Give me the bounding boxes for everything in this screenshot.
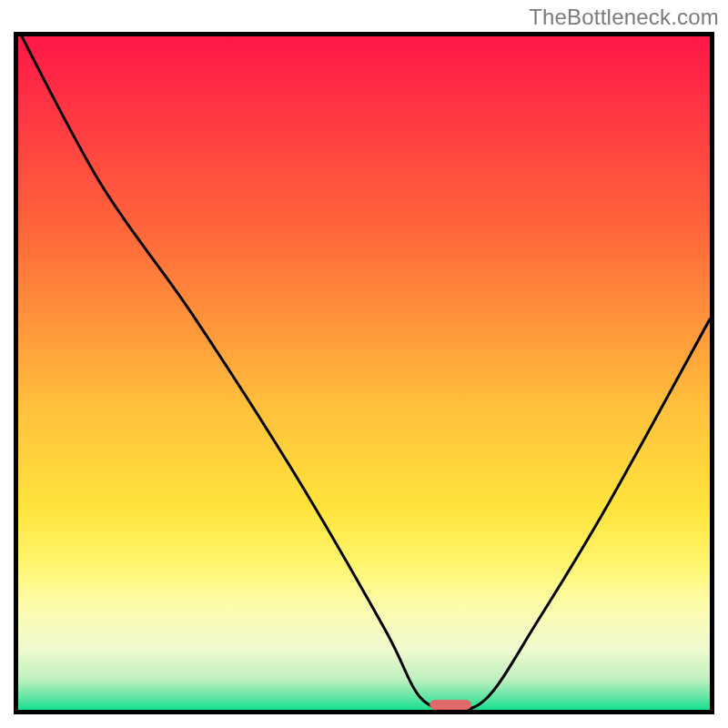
optimal-marker (430, 700, 471, 710)
chart-svg (18, 36, 710, 710)
gradient-background (18, 36, 710, 710)
plot-area (14, 32, 714, 714)
chart-container: TheBottleneck.com (0, 0, 728, 728)
source-watermark: TheBottleneck.com (529, 5, 719, 30)
